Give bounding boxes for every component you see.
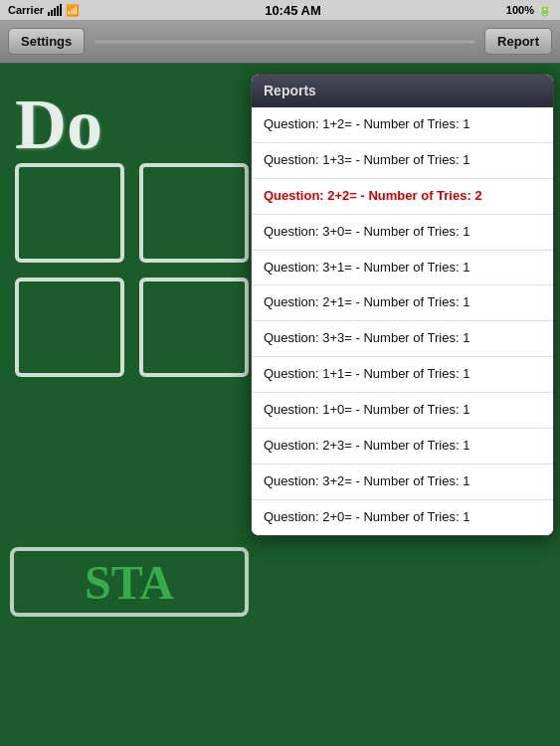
report-row: Question: 2+1= - Number of Tries: 1 bbox=[252, 285, 553, 321]
reports-list[interactable]: Question: 1+2= - Number of Tries: 1Quest… bbox=[252, 107, 553, 535]
report-row: Question: 1+0= - Number of Tries: 1 bbox=[252, 393, 553, 429]
chalk-box-4 bbox=[139, 278, 249, 377]
chalkboard: Do STA Reports Question: 1+2= - Number o… bbox=[0, 64, 560, 746]
report-row: Question: 3+0= - Number of Tries: 1 bbox=[252, 215, 553, 251]
report-row: Question: 2+3= - Number of Tries: 1 bbox=[252, 429, 553, 465]
reports-popover: Reports Question: 1+2= - Number of Tries… bbox=[251, 74, 554, 536]
chalk-do-text: Do bbox=[15, 84, 102, 166]
report-row: Question: 3+1= - Number of Tries: 1 bbox=[252, 251, 553, 286]
report-row: Question: 2+0= - Number of Tries: 1 bbox=[252, 500, 553, 535]
report-row: Question: 1+1= - Number of Tries: 1 bbox=[252, 357, 553, 393]
signal-icon bbox=[48, 4, 62, 16]
start-text: STA bbox=[85, 555, 174, 610]
status-left: Carrier 📶 bbox=[8, 4, 80, 17]
settings-button[interactable]: Settings bbox=[8, 28, 85, 55]
nav-progress-bar bbox=[94, 39, 474, 45]
report-row: Question: 1+3= - Number of Tries: 1 bbox=[252, 143, 553, 179]
status-right: 100% 🔋 bbox=[506, 4, 552, 17]
chalk-box-1 bbox=[15, 163, 124, 263]
battery-icon: 🔋 bbox=[538, 4, 552, 17]
time-label: 10:45 AM bbox=[265, 3, 321, 18]
chalk-box-3 bbox=[15, 278, 124, 377]
carrier-label: Carrier bbox=[8, 4, 44, 16]
report-row: Question: 1+2= - Number of Tries: 1 bbox=[252, 107, 553, 143]
nav-bar: Settings Report bbox=[0, 20, 560, 64]
wifi-icon: 📶 bbox=[66, 4, 80, 17]
report-row: Question: 2+2= - Number of Tries: 2 bbox=[252, 179, 553, 215]
reports-header: Reports bbox=[252, 75, 553, 107]
chalk-box-2 bbox=[139, 163, 249, 263]
report-button[interactable]: Report bbox=[484, 28, 552, 55]
status-bar: Carrier 📶 10:45 AM 100% 🔋 bbox=[0, 0, 560, 20]
report-row: Question: 3+2= - Number of Tries: 1 bbox=[252, 465, 553, 500]
battery-label: 100% bbox=[506, 4, 534, 16]
report-row: Question: 3+3= - Number of Tries: 1 bbox=[252, 321, 553, 357]
start-button-area[interactable]: STA bbox=[10, 547, 249, 617]
